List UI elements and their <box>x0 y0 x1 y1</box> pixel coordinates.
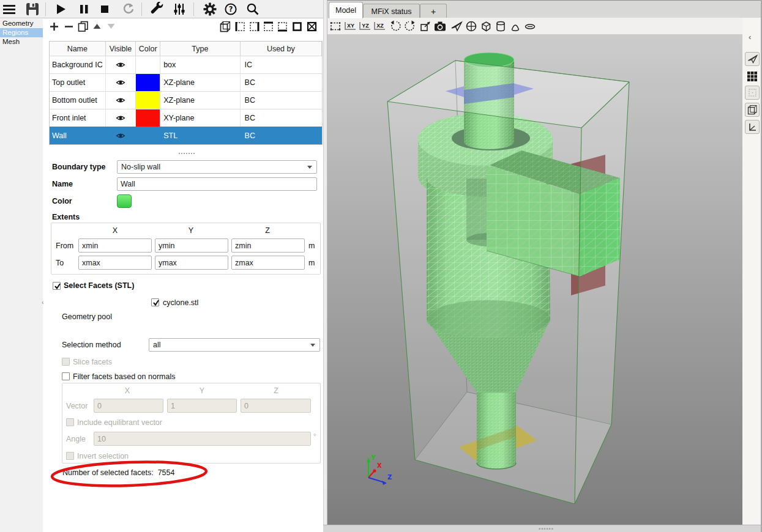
eye-icon <box>116 97 125 104</box>
cell-name: Background IC <box>50 56 106 73</box>
duplicate-region-button[interactable] <box>76 20 91 33</box>
stop-button[interactable] <box>95 1 114 17</box>
table-row-selected[interactable]: Wall STL BC <box>50 127 322 144</box>
menu-icon <box>2 4 16 15</box>
zmax-input[interactable]: zmax <box>231 256 305 270</box>
ymax-input[interactable]: ymax <box>155 256 228 270</box>
collapse-chevron[interactable]: ‹ <box>749 36 752 39</box>
plane-left-button[interactable] <box>233 20 247 33</box>
cell-type: XY-plane <box>160 109 240 127</box>
table-row[interactable]: Bottom outlet XZ-plane BC <box>50 91 322 109</box>
stl-region-button[interactable] <box>305 20 319 33</box>
collapse-chevron[interactable]: ‹ <box>42 301 45 303</box>
table-row[interactable]: Background IC box IC <box>50 56 322 73</box>
search-icon <box>246 2 260 16</box>
remove-region-button[interactable] <box>61 20 76 33</box>
sphere-button[interactable] <box>465 20 478 32</box>
cell-visible[interactable] <box>106 56 136 73</box>
stl-file-checkbox[interactable] <box>151 298 159 306</box>
extents-label: Extents <box>52 213 80 221</box>
select-facets-checkbox[interactable] <box>53 282 61 290</box>
xmin-input[interactable]: xmin <box>78 238 152 253</box>
fit-view-icon <box>329 20 342 32</box>
cell-visible[interactable] <box>106 92 136 109</box>
save-button[interactable] <box>23 1 42 17</box>
build-button[interactable] <box>148 1 166 17</box>
rotate-cw-button[interactable] <box>403 20 417 32</box>
name-input[interactable]: Wall <box>117 177 317 191</box>
ymin-input[interactable]: ymin <box>155 238 228 253</box>
xy-view-button[interactable]: XY <box>343 20 357 32</box>
nav-item-mesh[interactable]: Mesh <box>0 37 43 46</box>
bottom-splitter[interactable]: •••••• <box>323 525 762 532</box>
add-region-button[interactable] <box>47 20 61 33</box>
grid-button[interactable] <box>745 69 760 83</box>
filter-facets-checkbox[interactable] <box>62 372 70 380</box>
axes-button[interactable] <box>745 120 760 134</box>
plane-bottom-button[interactable] <box>275 20 289 33</box>
nav-item-geometry[interactable]: Geometry <box>0 19 43 28</box>
selection-method-select[interactable]: all <box>149 338 320 352</box>
boundary-type-label: Boundary type <box>52 163 106 171</box>
help-button[interactable]: ? <box>222 1 240 17</box>
perspective-button[interactable] <box>419 20 432 32</box>
box3d-icon <box>747 105 758 115</box>
xy-view-icon: XY <box>345 22 356 30</box>
tab-add[interactable]: + <box>420 4 447 18</box>
table-row[interactable]: Top outlet XZ-plane BC <box>50 73 322 91</box>
disc-button[interactable] <box>523 20 537 32</box>
select-facets-label: Select Facets (STL) <box>64 281 134 290</box>
col-header-used-by[interactable]: Used by <box>241 42 322 56</box>
boundary-type-select[interactable]: No-slip wall <box>117 160 317 174</box>
slice-facets-checkbox <box>62 358 70 366</box>
table-row[interactable]: Front inlet XY-plane BC <box>50 109 322 127</box>
visibility-panel-button[interactable] <box>745 52 760 66</box>
xmax-input[interactable]: xmax <box>78 256 152 270</box>
panel-splitter[interactable] <box>323 0 327 532</box>
vector-z-header: Z <box>267 386 285 395</box>
boundary-type-value: No-slip wall <box>121 163 160 171</box>
perspective-icon <box>419 20 431 32</box>
plane-right-button[interactable] <box>247 20 261 33</box>
cell-type: XZ-plane <box>160 74 240 91</box>
pause-button[interactable] <box>75 1 93 17</box>
cell-visible[interactable] <box>106 109 136 127</box>
screenshot-button[interactable] <box>433 20 447 32</box>
xz-view-button[interactable]: XZ <box>373 20 386 32</box>
chevron-down-icon <box>307 166 312 169</box>
nav-item-regions[interactable]: Regions <box>0 28 43 37</box>
cylinder-button[interactable] <box>494 20 507 32</box>
slice-button[interactable] <box>745 86 760 100</box>
cone-button[interactable] <box>509 20 522 32</box>
box3d-button[interactable] <box>745 103 760 117</box>
reset-button[interactable] <box>119 1 138 17</box>
settings-button[interactable] <box>201 1 219 17</box>
col-header-type[interactable]: Type <box>160 42 240 56</box>
visibility-button[interactable] <box>450 20 463 32</box>
col-header-visible[interactable]: Visible <box>106 42 136 56</box>
plane-top-button[interactable] <box>261 20 275 33</box>
col-header-color[interactable]: Color <box>136 42 160 56</box>
search-button[interactable] <box>244 1 262 17</box>
splitter-handle[interactable] <box>179 153 195 154</box>
fit-view-button[interactable] <box>329 20 342 32</box>
vector-y-header: Y <box>193 386 211 395</box>
zmin-input[interactable]: zmin <box>231 238 305 253</box>
model-viewport[interactable]: Y X Z <box>327 34 742 525</box>
rotate-ccw-button[interactable] <box>389 20 402 32</box>
cell-visible[interactable] <box>106 127 136 144</box>
tab-mfix-status[interactable]: MFiX status <box>363 4 420 18</box>
yz-view-button[interactable]: YZ <box>358 20 372 32</box>
box-region-button[interactable] <box>290 20 304 33</box>
cell-visible[interactable] <box>106 74 136 91</box>
color-swatch-button[interactable] <box>117 194 132 208</box>
menu-button[interactable] <box>0 1 18 17</box>
run-button[interactable] <box>51 1 70 17</box>
move-up-button[interactable] <box>90 20 103 33</box>
tab-model[interactable]: Model <box>329 2 363 18</box>
region-box3d-button[interactable] <box>218 20 233 33</box>
col-header-name[interactable]: Name <box>50 42 106 56</box>
box-button[interactable] <box>479 20 493 32</box>
parameters-button[interactable] <box>170 1 189 17</box>
move-down-button[interactable] <box>104 20 118 33</box>
